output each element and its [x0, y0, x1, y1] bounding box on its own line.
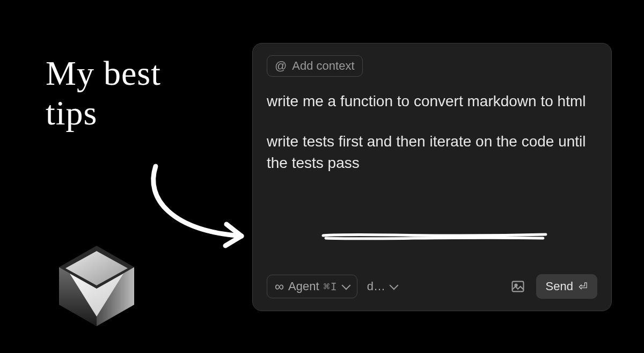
enter-key-icon: ⏎ — [579, 280, 588, 293]
attach-image-button[interactable] — [507, 276, 529, 297]
prompt-text-1: write me a function to convert markdown … — [267, 91, 597, 113]
cube-logo-icon — [54, 241, 140, 327]
infinity-icon: ∞ — [275, 280, 284, 293]
chevron-down-icon — [389, 281, 398, 290]
title-line-2: tips — [46, 93, 161, 133]
chevron-down-icon — [341, 281, 350, 290]
send-button[interactable]: Send ⏎ — [536, 274, 597, 299]
chat-composer-panel: @ Add context write me a function to con… — [252, 43, 612, 311]
mode-selector[interactable]: ∞ Agent ⌘I — [267, 275, 357, 298]
svg-rect-5 — [512, 282, 523, 292]
title-line-1: My best — [46, 54, 161, 93]
composer-toolbar: ∞ Agent ⌘I d… Send ⏎ — [267, 274, 597, 299]
image-icon — [510, 279, 525, 294]
prompt-text-2: write tests first and then iterate on th… — [267, 131, 597, 174]
model-label: d… — [367, 280, 385, 293]
add-context-button[interactable]: @ Add context — [267, 55, 363, 77]
at-icon: @ — [275, 59, 287, 73]
mode-label: Agent — [288, 280, 319, 293]
model-selector[interactable]: d… — [365, 275, 399, 298]
arrow-icon — [140, 161, 258, 252]
mode-shortcut: ⌘I — [324, 280, 338, 293]
send-label: Send — [546, 280, 573, 293]
prompt-textarea[interactable]: write me a function to convert markdown … — [267, 91, 597, 269]
add-context-label: Add context — [292, 59, 354, 73]
underline-annotation-icon — [320, 231, 551, 241]
handwritten-title: My best tips — [46, 54, 161, 133]
